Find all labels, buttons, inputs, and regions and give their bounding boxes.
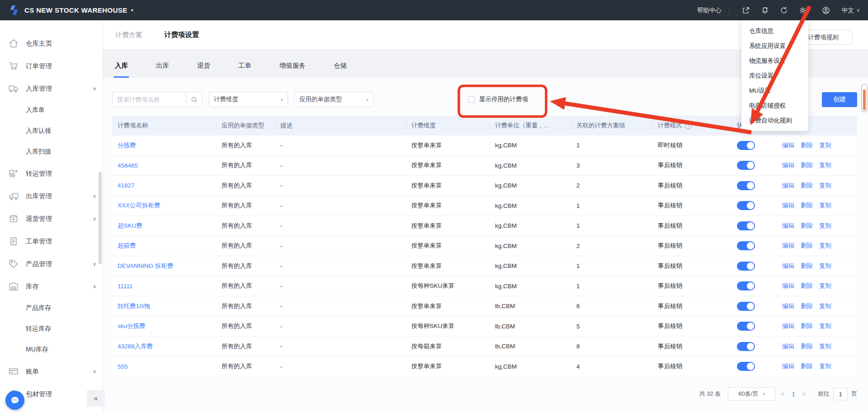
row-action-删除[interactable]: 删除: [801, 222, 813, 229]
status-toggle[interactable]: [737, 241, 755, 250]
goto-page-input[interactable]: [833, 388, 848, 400]
row-action-删除[interactable]: 删除: [801, 303, 813, 309]
sidebar-item-账单[interactable]: 账单∨: [0, 360, 103, 383]
help-center-link[interactable]: 帮助中心: [697, 6, 722, 14]
sidebar-scrollbar[interactable]: [99, 172, 102, 264]
sidebar-item-转运管理[interactable]: 转运管理: [0, 162, 103, 185]
breadcrumb-billing-plan[interactable]: 计费方案: [115, 31, 142, 39]
row-action-删除[interactable]: 删除: [801, 202, 813, 209]
warehouse-title[interactable]: CS NEW STOCK WAREHOUSE: [24, 6, 127, 14]
billing-item-link[interactable]: sku分拣费: [118, 323, 146, 329]
create-button[interactable]: 创建: [822, 92, 857, 107]
sidebar-subitem-产品库存[interactable]: 产品库存: [0, 298, 103, 318]
row-action-删除[interactable]: 删除: [801, 323, 813, 329]
row-action-删除[interactable]: 删除: [801, 363, 813, 370]
billing-item-link[interactable]: DEVANNING 拆柜费: [118, 262, 174, 269]
show-disabled-checkbox[interactable]: [468, 96, 475, 103]
billing-item-link[interactable]: 分拣费: [118, 142, 136, 149]
tab-工单[interactable]: 工单: [237, 61, 252, 78]
language-caret-icon[interactable]: ∨: [857, 8, 860, 13]
settings-gear-icon[interactable]: [798, 6, 807, 15]
row-action-编辑[interactable]: 编辑: [782, 142, 794, 149]
row-action-删除[interactable]: 删除: [801, 282, 813, 289]
row-action-删除[interactable]: 删除: [801, 162, 813, 169]
tab-增值服务[interactable]: 增值服务: [278, 61, 307, 78]
sidebar-item-订单管理[interactable]: 订单管理: [0, 55, 103, 77]
row-action-复制[interactable]: 复制: [819, 323, 831, 329]
sidebar-item-仓库主页[interactable]: 仓库主页: [0, 32, 103, 55]
row-action-删除[interactable]: 删除: [801, 242, 813, 249]
row-action-编辑[interactable]: 编辑: [782, 343, 794, 350]
menu-item-电商店铺授权[interactable]: 电商店铺授权: [741, 98, 808, 113]
row-action-编辑[interactable]: 编辑: [782, 363, 794, 370]
doc-type-select[interactable]: 应用的单据类型 ▾: [294, 92, 373, 107]
billing-item-link[interactable]: 11111: [118, 283, 133, 290]
sidebar-subitem-MU库存[interactable]: MU库存: [0, 339, 103, 360]
sidebar-subitem-转运库存[interactable]: 转运库存: [0, 318, 103, 339]
menu-item-MU设置[interactable]: MU设置: [741, 83, 808, 98]
menu-item-系统应用设置[interactable]: 系统应用设置: [741, 38, 808, 53]
status-toggle[interactable]: [737, 262, 755, 271]
billing-item-link[interactable]: 555: [118, 363, 128, 370]
row-action-删除[interactable]: 删除: [801, 142, 813, 149]
status-toggle[interactable]: [737, 201, 755, 210]
row-action-编辑[interactable]: 编辑: [782, 182, 794, 189]
row-action-删除[interactable]: 删除: [801, 343, 813, 350]
status-toggle[interactable]: [737, 302, 755, 311]
billing-item-link[interactable]: 卸托费10/拖: [118, 303, 151, 309]
status-toggle[interactable]: [737, 322, 755, 331]
search-button[interactable]: [186, 92, 202, 107]
billing-item-link[interactable]: 超SKU费: [118, 222, 142, 229]
row-action-编辑[interactable]: 编辑: [782, 202, 794, 209]
tab-退货[interactable]: 退货: [196, 61, 211, 78]
sidebar-item-退货管理[interactable]: 退货管理∨: [0, 207, 103, 230]
search-input[interactable]: [113, 92, 186, 107]
sidebar-item-出库管理[interactable]: 出库管理∨: [0, 185, 103, 207]
row-action-编辑[interactable]: 编辑: [782, 262, 794, 269]
row-action-删除[interactable]: 删除: [801, 182, 813, 189]
sidebar-subitem-入库扫描[interactable]: 入库扫描: [0, 141, 103, 162]
chat-bubble-button[interactable]: [5, 391, 24, 410]
sidebar-item-库存[interactable]: 库存∧: [0, 275, 103, 298]
tab-入库[interactable]: 入库: [114, 61, 129, 78]
menu-item-仓库信息[interactable]: 仓库信息: [741, 23, 808, 38]
page-scrollbar[interactable]: [861, 84, 868, 112]
menu-item-物流服务设置[interactable]: 物流服务设置: [741, 53, 808, 68]
show-disabled-label[interactable]: 显示停用的计费项: [479, 95, 528, 103]
sidebar-subitem-入库单[interactable]: 入库单: [0, 100, 103, 121]
help-circle-icon[interactable]: ?: [685, 122, 692, 129]
next-page-button[interactable]: >: [802, 390, 806, 398]
language-selector[interactable]: 中文: [842, 6, 854, 14]
sidebar-subitem-入库认领[interactable]: 入库认领: [0, 121, 103, 141]
status-toggle[interactable]: [737, 221, 755, 230]
row-action-编辑[interactable]: 编辑: [782, 303, 794, 309]
sidebar-item-入库管理[interactable]: 入库管理∧: [0, 77, 103, 100]
row-action-复制[interactable]: 复制: [819, 262, 831, 269]
sidebar-item-工单管理[interactable]: 工单管理: [0, 230, 103, 253]
row-action-复制[interactable]: 复制: [819, 242, 831, 249]
menu-item-计费自动化规则[interactable]: 计费自动化规则: [741, 113, 808, 128]
row-action-复制[interactable]: 复制: [819, 343, 831, 350]
row-action-复制[interactable]: 复制: [819, 202, 831, 209]
page-size-select[interactable]: 60条/页 ▾: [728, 387, 775, 401]
warehouse-switch-caret-icon[interactable]: ▾: [131, 8, 133, 13]
share-icon[interactable]: [741, 6, 750, 15]
row-action-编辑[interactable]: 编辑: [782, 323, 794, 329]
billing-item-link[interactable]: 456465: [118, 162, 138, 169]
status-toggle[interactable]: [737, 362, 755, 371]
row-action-复制[interactable]: 复制: [819, 162, 831, 169]
row-action-复制[interactable]: 复制: [819, 303, 831, 309]
current-page[interactable]: 1: [792, 391, 795, 398]
row-action-复制[interactable]: 复制: [819, 182, 831, 189]
row-action-复制[interactable]: 复制: [819, 222, 831, 229]
billing-item-link[interactable]: XXX公司拆柜费: [118, 202, 160, 209]
row-action-复制[interactable]: 复制: [819, 142, 831, 149]
sidebar-collapse-button[interactable]: «: [87, 390, 105, 407]
row-action-编辑[interactable]: 编辑: [782, 162, 794, 169]
row-action-编辑[interactable]: 编辑: [782, 282, 794, 289]
row-action-复制[interactable]: 复制: [819, 363, 831, 370]
row-action-复制[interactable]: 复制: [819, 282, 831, 289]
user-avatar-icon[interactable]: [821, 6, 830, 15]
prev-page-button[interactable]: <: [781, 390, 784, 398]
notification-bell-icon[interactable]: [760, 6, 769, 15]
